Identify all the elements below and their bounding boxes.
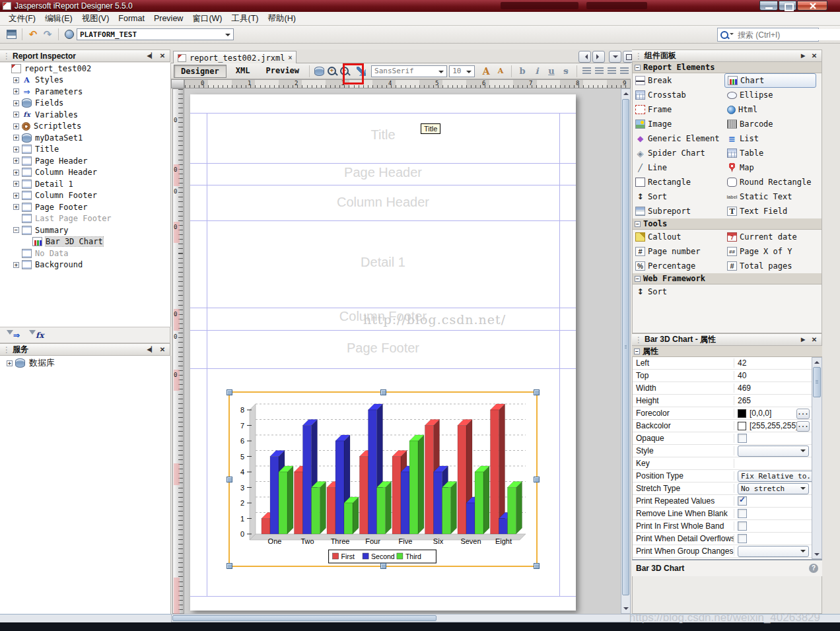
palette-item-spider-chart[interactable]: ◈Spider Chart xyxy=(633,146,724,160)
vertical-ruler[interactable]: 0000000 xyxy=(172,88,184,614)
tab-report-test002[interactable]: report_test002.jrxml × xyxy=(173,51,297,64)
tree-item-database[interactable]: + 数据库 xyxy=(0,356,170,370)
align-right-button[interactable] xyxy=(606,65,618,78)
menu-item-文件-f[interactable]: 文件(F) xyxy=(4,12,40,26)
run-report-button[interactable] xyxy=(62,28,77,41)
minimize-panel-icon[interactable] xyxy=(147,51,156,60)
menu-item-视图-v[interactable]: 视图(V) xyxy=(77,12,114,26)
expand-icon[interactable]: + xyxy=(13,193,19,199)
tab-scroll-right-button[interactable] xyxy=(592,51,605,63)
checkbox[interactable] xyxy=(738,534,747,543)
palette-item-round-rectangle[interactable]: Round Rectangle xyxy=(724,175,816,189)
dropdown[interactable]: No stretch xyxy=(738,483,809,494)
palette-item-crosstab[interactable]: Crosstab xyxy=(633,88,724,102)
minimize-panel-icon[interactable] xyxy=(798,51,808,60)
resize-handle[interactable] xyxy=(227,477,232,482)
tree-item-summary[interactable]: −Summary xyxy=(0,224,170,236)
italic-button[interactable]: i xyxy=(530,65,544,78)
tree-item-no-data[interactable]: +No Data xyxy=(0,248,170,259)
scroll-down-icon[interactable] xyxy=(812,550,822,558)
tab-close-icon[interactable]: × xyxy=(289,54,293,61)
tab-scroll-left-button[interactable] xyxy=(578,51,591,63)
maximize-button[interactable] xyxy=(779,1,796,11)
tree-item-background[interactable]: +Background xyxy=(0,259,170,271)
tree-item-bar-3d-chart[interactable]: +Bar 3D Chart xyxy=(0,236,170,248)
dropdown[interactable] xyxy=(738,546,809,557)
checkbox[interactable] xyxy=(738,521,747,531)
menu-item-format[interactable]: Format xyxy=(114,13,149,24)
expand-icon[interactable]: + xyxy=(13,100,19,106)
align-justify-button[interactable] xyxy=(618,65,631,78)
mode-button-designer[interactable]: Designer xyxy=(174,65,227,78)
menu-item-帮助-h[interactable]: 帮助(H) xyxy=(263,12,300,26)
preview-datasource-button[interactable] xyxy=(313,65,326,78)
checkbox[interactable] xyxy=(738,434,747,443)
increase-font-button[interactable]: A xyxy=(479,65,493,78)
palette-item-ellipse[interactable]: Ellipse xyxy=(724,88,816,102)
palette-item-barcode[interactable]: Barcode xyxy=(724,117,816,131)
bold-button[interactable]: b xyxy=(515,65,530,78)
menu-item-窗口-w[interactable]: 窗口(W) xyxy=(188,12,227,26)
expand-icon[interactable]: + xyxy=(7,360,13,366)
band-separator[interactable] xyxy=(190,330,576,331)
palette-item-html[interactable]: Html xyxy=(724,102,816,117)
undo-button[interactable]: ↶ xyxy=(26,28,40,41)
minimize-panel-icon[interactable] xyxy=(147,345,156,354)
tree-item-column-footer[interactable]: +Column Footer xyxy=(0,190,170,202)
dropdown[interactable] xyxy=(738,446,809,457)
tree-item-variables[interactable]: +fxVariables xyxy=(0,109,170,121)
minimize-button[interactable] xyxy=(759,1,778,11)
palette-item-list[interactable]: ≡List xyxy=(724,131,816,146)
minimize-panel-icon[interactable] xyxy=(798,335,808,344)
expand-icon[interactable]: + xyxy=(13,112,19,117)
resize-handle[interactable] xyxy=(534,477,540,482)
palette-item-map[interactable]: Map xyxy=(724,160,816,175)
expand-icon[interactable]: + xyxy=(13,77,19,83)
menu-item-编辑-e[interactable]: 编辑(E) xyxy=(40,12,77,26)
align-center-button[interactable] xyxy=(593,65,606,78)
strikethrough-button[interactable]: s xyxy=(559,65,573,78)
expand-icon[interactable]: + xyxy=(13,181,19,187)
tree-item-page-footer[interactable]: +Page Footer xyxy=(0,201,170,213)
checkbox[interactable] xyxy=(738,496,747,506)
palette-item-rectangle[interactable]: Rectangle xyxy=(633,175,724,189)
properties-section-header[interactable]: − 属性 xyxy=(632,346,822,357)
tree-item-styles[interactable]: +AStyles xyxy=(0,75,170,86)
expand-icon[interactable]: + xyxy=(13,135,19,141)
expand-icon[interactable]: + xyxy=(13,170,19,176)
horizontal-ruler[interactable]: 0123456789 xyxy=(184,79,631,88)
resize-handle[interactable] xyxy=(534,389,540,395)
color-picker-button[interactable]: ... xyxy=(796,409,810,419)
resize-handle[interactable] xyxy=(534,563,540,569)
underline-button[interactable]: u xyxy=(544,65,559,78)
palette-item-current-date[interactable]: 7Current date xyxy=(724,230,816,244)
font-size-combobox[interactable]: 10 xyxy=(449,65,475,77)
palette-item-static-text[interactable]: labelStatic Text xyxy=(724,189,816,204)
close-panel-icon[interactable] xyxy=(158,345,167,354)
report-page[interactable]: TitlePage HeaderColumn HeaderDetail 1Col… xyxy=(190,94,576,611)
palette-item-callout[interactable]: Callout xyxy=(633,230,724,244)
palette-item-sort[interactable]: ↕Sort xyxy=(633,284,724,299)
close-panel-icon[interactable] xyxy=(810,335,819,344)
font-name-combobox[interactable]: SansSerif xyxy=(371,65,447,77)
tree-item-report-test002[interactable]: +report_test002 xyxy=(0,63,170,75)
search-box[interactable] xyxy=(717,28,819,42)
scroll-up-icon[interactable] xyxy=(812,358,822,366)
properties-scrollbar[interactable] xyxy=(812,357,822,559)
tree-item-page-header[interactable]: +Page Header xyxy=(0,155,170,167)
scrollbar-thumb[interactable] xyxy=(172,615,437,621)
mode-button-preview[interactable]: Preview xyxy=(259,65,306,78)
zoom-in-button[interactable]: + xyxy=(326,65,338,78)
band-separator[interactable] xyxy=(190,308,576,308)
color-picker-button[interactable]: ... xyxy=(796,421,810,432)
band-separator[interactable] xyxy=(190,596,576,597)
filter-parameters-icon[interactable]: ⇒ xyxy=(7,330,20,340)
palette-item-chart[interactable]: Chart xyxy=(724,73,816,88)
band-separator[interactable] xyxy=(190,368,576,369)
tree-item-detail-1[interactable]: +Detail 1 xyxy=(0,178,170,190)
datasource-combobox[interactable]: PLATFORM_TEST xyxy=(77,28,234,40)
palette-item-sort[interactable]: ↕Sort xyxy=(633,189,724,204)
search-input[interactable] xyxy=(736,29,840,40)
palette-item-subreport[interactable]: Subreport xyxy=(633,204,724,218)
scrollbar-thumb[interactable] xyxy=(813,367,821,397)
